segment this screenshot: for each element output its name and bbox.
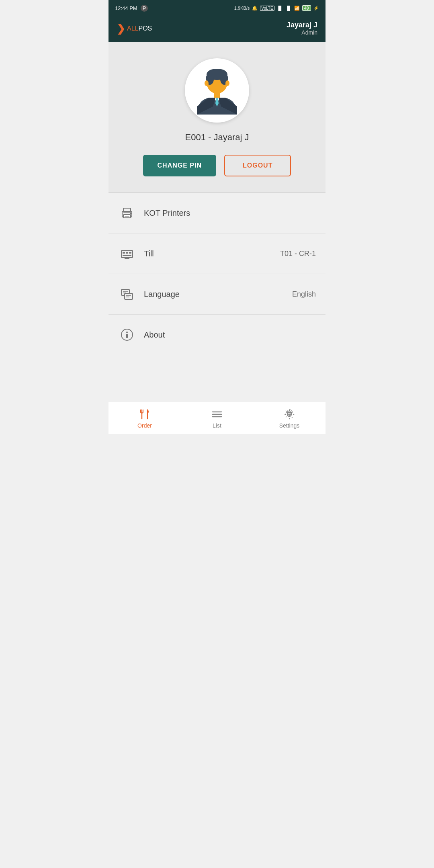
nav-order-label: Order (137, 422, 152, 429)
list-icon (211, 408, 223, 421)
charging-icon: ⚡ (313, 6, 319, 11)
action-buttons: CHANGE PIN LOGOUT (143, 155, 291, 176)
logo-arrow-icon: ❯ (117, 23, 125, 34)
user-info: Jayaraj J Admin (287, 21, 317, 36)
menu-item-kot-printers[interactable]: KOT Printers (108, 193, 326, 233)
svg-rect-16 (129, 252, 131, 254)
till-value: T01 - CR-1 (280, 250, 316, 258)
status-bar: 12:44 PM P 1.9KB/s 🔔 VoLTE ▐▌ ▐▌ 📶 49 ⚡ (108, 0, 326, 16)
avatar (185, 58, 249, 123)
svg-point-27 (126, 332, 128, 333)
user-name: Jayaraj J (287, 21, 317, 29)
app-logo: ❯ ALLPOS (117, 23, 152, 34)
status-left: 12:44 PM P (115, 5, 148, 12)
svg-rect-23 (125, 293, 133, 299)
settings-icon (283, 408, 296, 421)
signal-icon-1: ▐▌ (277, 6, 283, 10)
printer-icon (118, 204, 136, 222)
parking-icon: P (141, 5, 148, 12)
wifi-icon: 📶 (294, 6, 300, 11)
bell-icon: 🔔 (252, 6, 258, 11)
data-speed: 1.9KB/s (234, 6, 250, 10)
menu-item-about[interactable]: About (108, 315, 326, 355)
nav-list-label: List (213, 422, 221, 429)
about-label: About (144, 330, 316, 340)
app-header: ❯ ALLPOS Jayaraj J Admin (108, 16, 326, 42)
time-display: 12:44 PM (115, 5, 137, 11)
avatar-image (189, 62, 245, 119)
nav-settings-label: Settings (279, 422, 300, 429)
menu-item-till[interactable]: Till T01 - CR-1 (108, 233, 326, 274)
nav-item-order[interactable]: Order (108, 402, 181, 434)
till-label: Till (144, 249, 280, 258)
volte-icon: VoLTE (260, 6, 274, 11)
till-icon (118, 245, 136, 262)
change-pin-button[interactable]: CHANGE PIN (143, 155, 216, 176)
menu-item-language[interactable]: Language English (108, 274, 326, 315)
status-right: 1.9KB/s 🔔 VoLTE ▐▌ ▐▌ 📶 49 ⚡ (234, 5, 319, 11)
svg-rect-7 (214, 92, 220, 98)
svg-rect-19 (125, 258, 129, 259)
svg-point-11 (130, 213, 131, 214)
content-spacer (108, 379, 326, 402)
nav-item-settings[interactable]: Settings (253, 402, 326, 434)
employee-name: E001 - Jayaraj J (185, 132, 249, 143)
svg-rect-14 (123, 252, 125, 254)
language-value: English (292, 290, 316, 299)
language-label: Language (144, 290, 292, 299)
logout-button[interactable]: LOGOUT (224, 155, 291, 176)
nav-item-list[interactable]: List (181, 402, 253, 434)
svg-rect-13 (121, 250, 133, 258)
logo-text: ALLPOS (127, 25, 152, 32)
signal-icon-2: ▐▌ (285, 6, 292, 10)
svg-rect-15 (126, 252, 128, 254)
svg-rect-17 (123, 255, 131, 256)
svg-point-6 (225, 80, 229, 86)
svg-rect-28 (126, 334, 128, 338)
language-icon (118, 285, 136, 303)
svg-point-5 (205, 80, 209, 86)
battery-icon: 49 (302, 5, 311, 11)
bottom-nav: Order List (108, 402, 326, 434)
kot-printers-label: KOT Printers (144, 209, 316, 218)
info-icon (118, 326, 136, 344)
profile-section: E001 - Jayaraj J CHANGE PIN LOGOUT (108, 42, 326, 193)
order-icon (138, 408, 151, 421)
user-role: Admin (287, 29, 317, 36)
menu-section: KOT Printers Till T01 - CR-1 (108, 193, 326, 379)
